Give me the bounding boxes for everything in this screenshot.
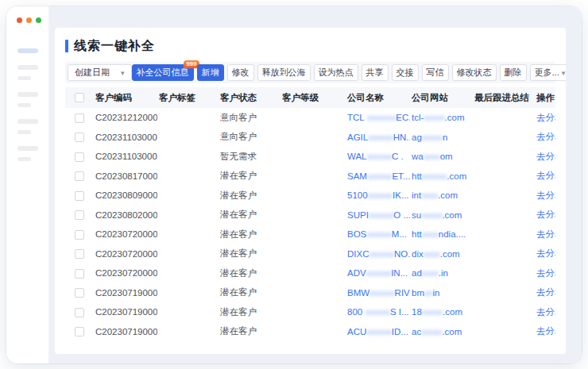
toolbar-button-10[interactable]: 删除	[500, 64, 527, 81]
company-name[interactable]: SUPIxxxxxxO ...	[346, 206, 410, 225]
row-checkbox[interactable]	[75, 133, 84, 142]
sidebar-item[interactable]	[17, 103, 31, 107]
customer-level	[280, 186, 346, 206]
toolbar-button-6[interactable]: 共享	[362, 64, 389, 81]
sidebar-item[interactable]	[17, 157, 31, 161]
company-name[interactable]: AGILxxxxxxHN...	[346, 128, 410, 148]
company-website[interactable]: agxxxxxn	[410, 128, 473, 148]
analyze-customer-link[interactable]: 去分析客户	[536, 287, 555, 297]
sidebar-item[interactable]	[17, 119, 38, 124]
analyze-customer-link[interactable]: 去分析客户	[536, 113, 555, 122]
button-label: 修改状态	[457, 67, 492, 79]
table-row[interactable]: C202307190002 潜在客户 800 xxxxxxS I... 18xx…	[65, 302, 555, 322]
table-row[interactable]: C202307200001 潜在客户 ADVxxxxxxIN... adxxxx…	[65, 263, 555, 283]
toolbar-button-4[interactable]: 释放到公海	[257, 64, 311, 81]
sidebar-item[interactable]	[17, 76, 31, 80]
toolbar-button-3[interactable]: 修改	[227, 64, 254, 81]
table-row[interactable]: C202308170001 潜在客户 SAMxxxxxxET... httxxx…	[65, 167, 555, 186]
toolbar-button-2[interactable]: 新增	[197, 64, 224, 81]
analyze-customer-link[interactable]: 去分析客户	[536, 326, 555, 336]
customer-tag	[157, 244, 219, 264]
customer-tag	[157, 225, 219, 244]
toolbar-button-8[interactable]: 写信	[422, 64, 449, 81]
sidebar-item[interactable]	[17, 65, 38, 70]
sidebar-item-active[interactable]	[17, 48, 38, 53]
toolbar-button-11[interactable]: 更多...▾	[530, 64, 566, 81]
row-checkbox[interactable]	[75, 327, 84, 336]
company-website[interactable]: httxxxxndia....	[410, 225, 473, 244]
toolbar-buttons: 补全公司信息999新增修改释放到公海设为热点共享交接写信修改状态删除更多...▾	[132, 64, 566, 81]
analyze-customer-link[interactable]: 去分析客户	[536, 152, 555, 161]
analyze-customer-link[interactable]: 去分析客户	[536, 307, 555, 317]
company-name[interactable]: WALxxxxxxC .	[346, 147, 410, 167]
company-website[interactable]: 18xxxxx.com	[410, 302, 473, 322]
company-website[interactable]: tcl-xxxxx.com	[410, 108, 473, 128]
close-window-dot[interactable]	[17, 17, 22, 23]
maximize-window-dot[interactable]	[36, 17, 41, 23]
toolbar-button-7[interactable]: 交接	[392, 64, 419, 81]
customer-status: 潜在客户	[219, 206, 280, 225]
analyze-customer-link[interactable]: 去分析客户	[536, 171, 555, 180]
column-action: 操作	[535, 87, 555, 108]
table-body: C202312120001 意向客户 TCL xxxxxxxEC... tcl-…	[65, 108, 555, 341]
row-checkbox[interactable]	[75, 152, 84, 162]
company-website[interactable]: httxxxxxx.com	[410, 167, 473, 186]
customer-status: 潜在客户	[219, 322, 280, 342]
company-website[interactable]: bmxxin	[410, 283, 473, 303]
customer-level	[280, 263, 346, 283]
sidebar-item[interactable]	[17, 146, 38, 151]
toolbar: 创建日期 ▾ 补全公司信息999新增修改释放到公海设为热点共享交接写信修改状态删…	[65, 62, 555, 83]
company-name[interactable]: ADVxxxxxxIN...	[346, 263, 410, 283]
company-name[interactable]: BOSxxxxxxM...	[346, 225, 410, 244]
select-all-checkbox[interactable]	[75, 93, 84, 102]
table-row[interactable]: C202311030001 暂无需求 WALxxxxxxC . waxxxxom…	[65, 147, 555, 167]
analyze-customer-link[interactable]: 去分析客户	[536, 132, 555, 141]
toolbar-button-9[interactable]: 修改状态	[452, 64, 497, 81]
row-checkbox[interactable]	[75, 230, 84, 240]
company-website[interactable]: acxxxxx.com	[410, 322, 473, 342]
analyze-customer-link[interactable]: 去分析客户	[536, 248, 555, 258]
analyze-customer-link[interactable]: 去分析客户	[536, 209, 555, 219]
customer-level	[280, 108, 346, 128]
company-name[interactable]: TCL xxxxxxxEC...	[346, 108, 410, 128]
toolbar-button-1[interactable]: 补全公司信息999	[132, 64, 194, 81]
sidebar-item[interactable]	[17, 130, 31, 134]
sidebar-item[interactable]	[17, 92, 38, 97]
customer-level	[280, 167, 346, 186]
row-checkbox[interactable]	[75, 269, 84, 279]
table-row[interactable]: C202307200003 潜在客户 BOSxxxxxxM... httxxxx…	[65, 225, 555, 244]
company-website[interactable]: suxxxxx.com	[410, 206, 473, 225]
table-row[interactable]: C202307190003 潜在客户 BMWxxxxxxRIV... bmxxi…	[65, 283, 555, 303]
table-row[interactable]: C202308020001 潜在客户 SUPIxxxxxxO ... suxxx…	[65, 206, 555, 225]
table-row[interactable]: C202307200002 潜在客户 DIXCxxxxxxNO... dixxx…	[65, 244, 555, 264]
toolbar-button-5[interactable]: 设为热点	[314, 64, 358, 81]
row-checkbox[interactable]	[75, 113, 84, 123]
customer-tag	[157, 283, 219, 303]
row-checkbox[interactable]	[75, 210, 84, 220]
company-name[interactable]: 800 xxxxxxS I...	[346, 302, 410, 322]
create-date-filter-select[interactable]: 创建日期 ▾	[68, 64, 132, 81]
analyze-customer-link[interactable]: 去分析客户	[536, 229, 555, 239]
table-row[interactable]: C202307190001 潜在客户 ACUxxxxxxID... acxxxx…	[65, 322, 555, 342]
row-checkbox[interactable]	[75, 308, 84, 317]
table-row[interactable]: C202312120001 意向客户 TCL xxxxxxxEC... tcl-…	[65, 108, 555, 128]
row-checkbox[interactable]	[75, 171, 84, 181]
row-checkbox[interactable]	[75, 249, 84, 259]
followup-summary	[473, 322, 535, 342]
company-name[interactable]: 5100xxxxxxIK...	[346, 186, 410, 206]
analyze-customer-link[interactable]: 去分析客户	[536, 190, 555, 200]
minimize-window-dot[interactable]	[26, 17, 32, 23]
company-name[interactable]: SAMxxxxxxET...	[346, 167, 410, 186]
table-row[interactable]: C202308090001 潜在客户 5100xxxxxxIK... intxx…	[65, 186, 555, 206]
analyze-customer-link[interactable]: 去分析客户	[536, 268, 555, 278]
company-website[interactable]: dixxxxx.com	[410, 244, 473, 264]
company-name[interactable]: BMWxxxxxxRIV...	[346, 283, 410, 303]
company-website[interactable]: adxxxx.in	[410, 263, 473, 283]
company-website[interactable]: intxxxx.com	[410, 186, 473, 206]
company-name[interactable]: ACUxxxxxxID...	[346, 322, 410, 342]
row-checkbox[interactable]	[75, 191, 84, 201]
company-name[interactable]: DIXCxxxxxxNO...	[346, 244, 410, 264]
table-row[interactable]: C202311030002 意向客户 AGILxxxxxxHN... agxxx…	[65, 128, 555, 148]
company-website[interactable]: waxxxxom	[410, 147, 473, 167]
row-checkbox[interactable]	[75, 288, 84, 298]
